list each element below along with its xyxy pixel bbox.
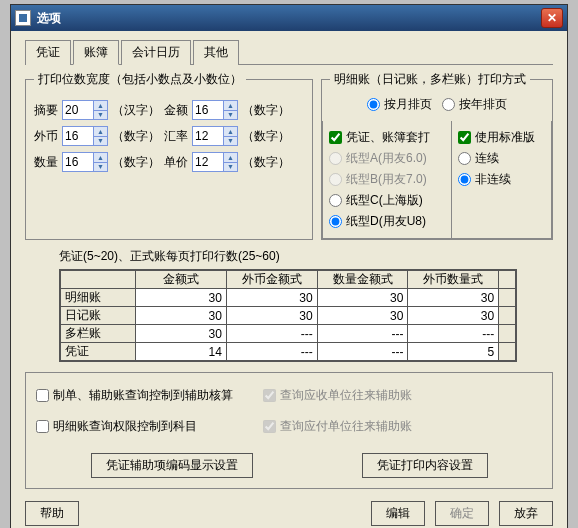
col-header <box>499 270 516 289</box>
tab-calendar[interactable]: 会计日历 <box>121 40 191 65</box>
print-width-group: 打印位数宽度（包括小数点及小数位） 摘要▲▼（汉字）金额▲▼（数字）外币▲▼（数… <box>25 71 313 240</box>
table-cell[interactable]: --- <box>226 343 317 362</box>
chk-aux-query[interactable]: 制单、辅助账查询控制到辅助核算 <box>36 387 233 404</box>
lbl: 外币 <box>34 128 58 145</box>
query-panel: 制单、辅助账查询控制到辅助核算 明细账查询权限控制到科目 查询应收单位往来辅助账… <box>25 372 553 489</box>
table-cell[interactable]: 30 <box>408 307 499 325</box>
radio-noncontinuous[interactable]: 非连续 <box>458 171 545 188</box>
radio-by-year[interactable]: 按年排页 <box>442 96 507 113</box>
col-header: 金额式 <box>136 270 227 289</box>
table-cell[interactable]: 30 <box>136 307 227 325</box>
spin-0-a[interactable]: ▲▼ <box>62 100 108 120</box>
spin-1-a[interactable]: ▲▼ <box>62 126 108 146</box>
tab-voucher[interactable]: 凭证 <box>25 40 71 65</box>
table-cell[interactable]: 30 <box>408 289 499 307</box>
table-cell[interactable]: 30 <box>226 289 317 307</box>
radio-by-month[interactable]: 按月排页 <box>367 96 432 113</box>
chevron-down-icon: ▼ <box>93 111 107 120</box>
chevron-down-icon: ▼ <box>223 111 237 120</box>
tab-ledger[interactable]: 账簿 <box>73 40 119 65</box>
tab-strip: 凭证 账簿 会计日历 其他 <box>25 39 553 65</box>
table-cell[interactable]: --- <box>317 325 408 343</box>
print-width-legend: 打印位数宽度（包括小数点及小数位） <box>34 71 246 88</box>
col-header: 外币数量式 <box>408 270 499 289</box>
spin-1-b[interactable]: ▲▼ <box>192 126 238 146</box>
row-header: 多栏账 <box>60 325 136 343</box>
radio-paper-d[interactable]: 纸型D(用友U8) <box>329 213 445 230</box>
spin-2-a[interactable]: ▲▼ <box>62 152 108 172</box>
spin-2-b[interactable]: ▲▼ <box>192 152 238 172</box>
chevron-up-icon: ▲ <box>93 101 107 111</box>
btn-aux-code-display[interactable]: 凭证辅助项编码显示设置 <box>91 453 253 478</box>
col-header: 外币金额式 <box>226 270 317 289</box>
close-icon[interactable]: ✕ <box>541 8 563 28</box>
chevron-down-icon: ▼ <box>223 163 237 172</box>
lbl: 摘要 <box>34 102 58 119</box>
rows-table: 金额式外币金额式数量金额式外币数量式 明细账30303030日记账3030303… <box>59 269 517 362</box>
detail-print-group: 明细账（日记账，多栏账）打印方式 按月排页 按年排页 凭证、账簿套打 纸型A(用… <box>321 71 553 240</box>
table-cell[interactable]: 30 <box>136 289 227 307</box>
tab-other[interactable]: 其他 <box>193 40 239 65</box>
radio-paper-a: 纸型A(用友6.0) <box>329 150 445 167</box>
table-cell[interactable]: 30 <box>317 289 408 307</box>
chk-taoda[interactable]: 凭证、账簿套打 <box>329 129 445 146</box>
chevron-up-icon: ▲ <box>223 101 237 111</box>
chk-standard[interactable]: 使用标准版 <box>458 129 545 146</box>
chk-detail-perm[interactable]: 明细账查询权限控制到科目 <box>36 418 233 435</box>
row-header: 日记账 <box>60 307 136 325</box>
chevron-down-icon: ▼ <box>93 163 107 172</box>
chk-ar-aux: 查询应收单位往来辅助账 <box>263 387 412 404</box>
chevron-down-icon: ▼ <box>93 137 107 146</box>
chevron-up-icon: ▲ <box>93 127 107 137</box>
ok-button: 确定 <box>435 501 489 526</box>
btn-print-content[interactable]: 凭证打印内容设置 <box>362 453 488 478</box>
table-cell[interactable]: 5 <box>408 343 499 362</box>
spin-0-b[interactable]: ▲▼ <box>192 100 238 120</box>
radio-continuous[interactable]: 连续 <box>458 150 545 167</box>
radio-paper-b: 纸型B(用友7.0) <box>329 171 445 188</box>
table-cell[interactable]: 30 <box>226 307 317 325</box>
table-cell[interactable]: 30 <box>136 325 227 343</box>
lbl: 数量 <box>34 154 58 171</box>
chk-ap-aux: 查询应付单位往来辅助账 <box>263 418 412 435</box>
detail-print-legend: 明细账（日记账，多栏账）打印方式 <box>330 71 530 88</box>
chevron-up-icon: ▲ <box>223 127 237 137</box>
table-cell[interactable]: --- <box>226 325 317 343</box>
table-cell[interactable]: 30 <box>317 307 408 325</box>
window-title: 选项 <box>37 10 541 27</box>
cancel-button[interactable]: 放弃 <box>499 501 553 526</box>
window-icon <box>15 10 31 26</box>
help-button[interactable]: 帮助 <box>25 501 79 526</box>
col-header <box>60 270 136 289</box>
table-title: 凭证(5~20)、正式账每页打印行数(25~60) <box>59 248 553 265</box>
svg-rect-0 <box>19 14 27 22</box>
radio-paper-c[interactable]: 纸型C(上海版) <box>329 192 445 209</box>
edit-button[interactable]: 编辑 <box>371 501 425 526</box>
chevron-up-icon: ▲ <box>223 153 237 163</box>
row-header: 凭证 <box>60 343 136 362</box>
row-header: 明细账 <box>60 289 136 307</box>
chevron-down-icon: ▼ <box>223 137 237 146</box>
table-cell[interactable]: 14 <box>136 343 227 362</box>
chevron-up-icon: ▲ <box>93 153 107 163</box>
table-cell[interactable]: --- <box>408 325 499 343</box>
table-cell[interactable]: --- <box>317 343 408 362</box>
col-header: 数量金额式 <box>317 270 408 289</box>
